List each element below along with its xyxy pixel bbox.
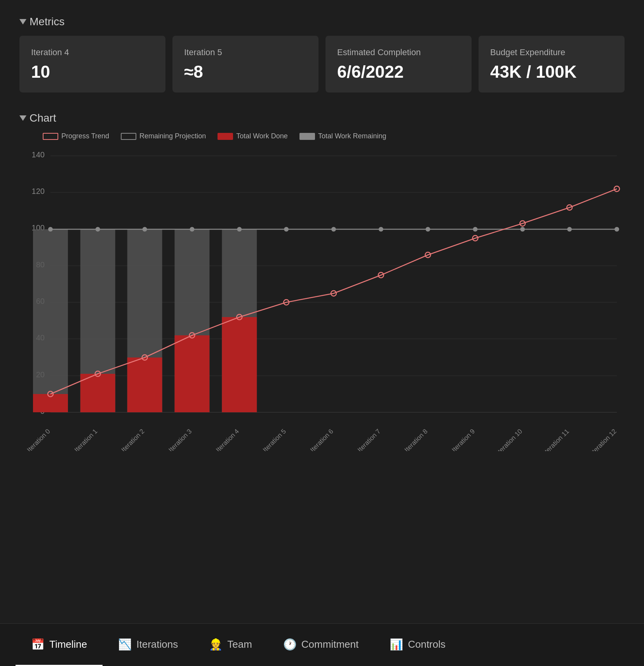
legend-total-work-done: Total Work Done bbox=[218, 132, 288, 140]
svg-text:140: 140 bbox=[32, 150, 45, 159]
metric-label-0: Iteration 4 bbox=[31, 47, 154, 58]
svg-text:Iteration 1: Iteration 1 bbox=[73, 427, 99, 451]
nav-item-team[interactable]: 👷 Team bbox=[193, 624, 268, 666]
legend-total-work-remaining-label: Total Work Remaining bbox=[318, 132, 386, 140]
chart-container: 0 20 40 60 80 100 120 140 Iteration 0 It… bbox=[19, 148, 625, 451]
remaining-dot-4 bbox=[237, 227, 242, 232]
metric-card-0: Iteration 4 10 bbox=[19, 36, 165, 92]
nav-item-iterations[interactable]: 📉 Iterations bbox=[103, 624, 193, 666]
remaining-dot-2 bbox=[143, 227, 147, 232]
metric-value-2: 6/6/2022 bbox=[337, 62, 460, 82]
nav-label-1: Iterations bbox=[136, 638, 178, 650]
metrics-header: Metrics bbox=[19, 16, 625, 28]
chart-section: Chart Progress Trend Remaining Projectio… bbox=[19, 112, 625, 451]
svg-text:Iteration 10: Iteration 10 bbox=[495, 427, 524, 451]
remaining-dot-11 bbox=[567, 227, 572, 232]
remaining-dot-7 bbox=[379, 227, 383, 232]
chart-title: Chart bbox=[30, 112, 56, 124]
legend-total-work-done-icon bbox=[218, 133, 233, 140]
done-bar-1 bbox=[80, 374, 115, 412]
done-bar-4 bbox=[222, 317, 257, 412]
metrics-section: Metrics Iteration 4 10 Iteration 5 ≈8 Es… bbox=[19, 16, 625, 92]
nav-label-2: Team bbox=[227, 638, 252, 650]
chart-header: Chart bbox=[19, 112, 625, 124]
nav-label-4: Controls bbox=[408, 638, 446, 650]
remaining-dot-9 bbox=[473, 227, 478, 232]
metric-value-1: ≈8 bbox=[184, 62, 307, 82]
bottom-nav: 📅 Timeline 📉 Iterations 👷 Team 🕐 Commitm… bbox=[0, 623, 644, 666]
nav-label-0: Timeline bbox=[49, 638, 87, 650]
nav-icon-0: 📅 bbox=[31, 638, 45, 651]
legend-remaining-projection: Remaining Projection bbox=[121, 132, 206, 140]
svg-text:Iteration 6: Iteration 6 bbox=[309, 427, 335, 451]
svg-text:Iteration 0: Iteration 0 bbox=[26, 427, 52, 451]
metric-card-2: Estimated Completion 6/6/2022 bbox=[325, 36, 472, 92]
remaining-dot-6 bbox=[331, 227, 336, 232]
metrics-triangle-icon bbox=[19, 19, 26, 24]
remaining-dot-5 bbox=[284, 227, 289, 232]
metric-card-1: Iteration 5 ≈8 bbox=[172, 36, 319, 92]
nav-item-controls[interactable]: 📊 Controls bbox=[374, 624, 461, 666]
svg-text:Iteration 3: Iteration 3 bbox=[167, 427, 193, 451]
chart-triangle-icon bbox=[19, 115, 26, 121]
legend-progress-trend-label: Progress Trend bbox=[61, 132, 109, 140]
metrics-grid: Iteration 4 10 Iteration 5 ≈8 Estimated … bbox=[19, 36, 625, 92]
metric-value-3: 43K / 100K bbox=[490, 62, 613, 82]
legend-total-work-remaining-icon bbox=[299, 133, 315, 140]
svg-text:120: 120 bbox=[32, 187, 45, 195]
done-bar-3 bbox=[174, 335, 209, 412]
metric-value-0: 10 bbox=[31, 62, 154, 82]
svg-text:Iteration 11: Iteration 11 bbox=[542, 427, 571, 451]
nav-item-timeline[interactable]: 📅 Timeline bbox=[16, 624, 103, 666]
nav-icon-1: 📉 bbox=[118, 638, 132, 651]
remaining-dot-0 bbox=[48, 227, 53, 232]
legend-remaining-projection-label: Remaining Projection bbox=[139, 132, 206, 140]
remaining-dot-3 bbox=[190, 227, 194, 232]
metric-label-3: Budget Expenditure bbox=[490, 47, 613, 58]
legend-remaining-projection-icon bbox=[121, 133, 136, 140]
chart-svg: 0 20 40 60 80 100 120 140 Iteration 0 It… bbox=[19, 148, 625, 451]
nav-icon-4: 📊 bbox=[390, 638, 403, 651]
svg-text:Iteration 4: Iteration 4 bbox=[214, 427, 240, 451]
svg-text:Iteration 2: Iteration 2 bbox=[120, 427, 146, 451]
metric-label-2: Estimated Completion bbox=[337, 47, 460, 58]
nav-item-commitment[interactable]: 🕐 Commitment bbox=[268, 624, 374, 666]
remaining-bar-0 bbox=[33, 229, 68, 412]
remaining-dot-12 bbox=[614, 227, 619, 232]
svg-text:Iteration 12: Iteration 12 bbox=[589, 427, 618, 451]
nav-label-3: Commitment bbox=[301, 638, 359, 650]
nav-icon-2: 👷 bbox=[209, 638, 223, 651]
svg-text:Iteration 7: Iteration 7 bbox=[356, 427, 382, 451]
svg-text:Iteration 8: Iteration 8 bbox=[403, 427, 429, 451]
remaining-dot-8 bbox=[426, 227, 430, 232]
svg-text:Iteration 9: Iteration 9 bbox=[451, 427, 477, 451]
remaining-dot-1 bbox=[96, 227, 100, 232]
nav-icon-3: 🕐 bbox=[283, 638, 297, 651]
legend-progress-trend-icon bbox=[43, 133, 58, 140]
metric-label-1: Iteration 5 bbox=[184, 47, 307, 58]
metric-card-3: Budget Expenditure 43K / 100K bbox=[479, 36, 625, 92]
chart-legend: Progress Trend Remaining Projection Tota… bbox=[19, 132, 625, 140]
legend-progress-trend: Progress Trend bbox=[43, 132, 109, 140]
legend-total-work-remaining: Total Work Remaining bbox=[299, 132, 386, 140]
done-bar-2 bbox=[127, 357, 162, 412]
remaining-dot-10 bbox=[520, 227, 525, 232]
svg-text:Iteration 5: Iteration 5 bbox=[261, 427, 287, 451]
metrics-title: Metrics bbox=[30, 16, 64, 28]
legend-total-work-done-label: Total Work Done bbox=[236, 132, 288, 140]
